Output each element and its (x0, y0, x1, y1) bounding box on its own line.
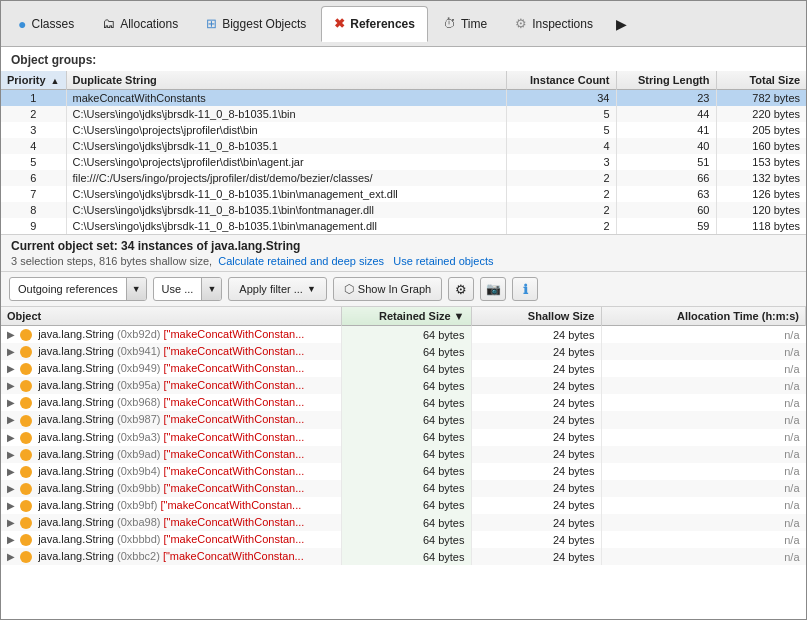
object-val: ["makeConcatWithConstan... (164, 362, 305, 374)
lower-table-row[interactable]: ▶ java.lang.String (0xb941) ["makeConcat… (1, 343, 806, 360)
lower-table-row[interactable]: ▶ java.lang.String (0xb95a) ["makeConcat… (1, 377, 806, 394)
cell-retained: 64 bytes (341, 531, 471, 548)
col-priority[interactable]: Priority ▲ (1, 71, 66, 90)
object-row-icon (20, 551, 32, 563)
cell-object: ▶ java.lang.String (0xbbbd) ["makeConcat… (1, 531, 341, 548)
upper-table-row[interactable]: 3 C:\Users\ingo\projects\jprofiler\dist\… (1, 122, 806, 138)
object-set-title: Current object set: 34 instances of java… (11, 239, 796, 253)
tab-inspections[interactable]: ⚙ Inspections (502, 6, 606, 42)
cell-priority: 3 (1, 122, 66, 138)
object-val: ["makeConcatWithConstan... (160, 499, 301, 511)
upper-table-row[interactable]: 7 C:\Users\ingo\jdks\jbrsdk-11_0_8-b1035… (1, 186, 806, 202)
cell-object: ▶ java.lang.String (0xb92d) ["makeConcat… (1, 326, 341, 344)
upper-table-row[interactable]: 4 C:\Users\ingo\jdks\jbrsdk-11_0_8-b1035… (1, 138, 806, 154)
lower-table-row[interactable]: ▶ java.lang.String (0xbbc2) ["makeConcat… (1, 548, 806, 565)
cell-object: ▶ java.lang.String (0xb949) ["makeConcat… (1, 360, 341, 377)
tab-biggest-objects[interactable]: ⊞ Biggest Objects (193, 6, 319, 42)
object-addr: (0xb9a3) (117, 431, 163, 443)
tab-references-label: References (350, 17, 415, 31)
col-instance-count[interactable]: Instance Count (506, 71, 616, 90)
tab-allocations[interactable]: 🗂 Allocations (89, 6, 191, 42)
calculate-retained-link[interactable]: Calculate retained and deep sizes (218, 255, 384, 267)
cell-priority: 1 (1, 90, 66, 107)
show-in-graph-button[interactable]: ⬡ Show In Graph (333, 277, 442, 301)
tab-inspections-label: Inspections (532, 17, 593, 31)
object-addr: (0xbbc2) (117, 550, 163, 562)
use-dropdown[interactable]: Use ... ▼ (153, 277, 223, 301)
expand-arrow-icon: ▶ (7, 363, 15, 374)
outgoing-references-dropdown[interactable]: Outgoing references ▼ (9, 277, 147, 301)
cell-shallow: 24 bytes (471, 548, 601, 565)
graph-icon: ⬡ (344, 282, 354, 296)
filter-arrow-icon: ▼ (307, 284, 316, 294)
lower-table-row[interactable]: ▶ java.lang.String (0xba98) ["makeConcat… (1, 514, 806, 531)
cell-shallow: 24 bytes (471, 497, 601, 514)
more-tabs-btn[interactable]: ▶ (608, 10, 635, 38)
lower-table-row[interactable]: ▶ java.lang.String (0xb9bf) ["makeConcat… (1, 497, 806, 514)
object-row-icon (20, 380, 32, 392)
object-class: java.lang.String (38, 516, 117, 528)
cell-total-size: 205 bytes (716, 122, 806, 138)
cell-priority: 7 (1, 186, 66, 202)
col-duplicate-string[interactable]: Duplicate String (66, 71, 506, 90)
lower-table-row[interactable]: ▶ java.lang.String (0xb9ad) ["makeConcat… (1, 446, 806, 463)
lower-table-row[interactable]: ▶ java.lang.String (0xb949) ["makeConcat… (1, 360, 806, 377)
dropdown1-arrow-icon: ▼ (126, 278, 146, 300)
upper-table-row[interactable]: 2 C:\Users\ingo\jdks\jbrsdk-11_0_8-b1035… (1, 106, 806, 122)
cell-retained: 64 bytes (341, 326, 471, 344)
col-string-length[interactable]: String Length (616, 71, 716, 90)
lower-col-shallow[interactable]: Shallow Size (471, 307, 601, 326)
object-addr: (0xb941) (117, 345, 163, 357)
tab-biggest-objects-label: Biggest Objects (222, 17, 306, 31)
object-val: ["makeConcatWithConstan... (164, 413, 305, 425)
lower-table-row[interactable]: ▶ java.lang.String (0xb92d) ["makeConcat… (1, 326, 806, 344)
cell-alloc: n/a (601, 514, 806, 531)
lower-col-object[interactable]: Object (1, 307, 341, 326)
cell-string: C:\Users\ingo\jdks\jbrsdk-11_0_8-b1035.1… (66, 218, 506, 234)
allocations-icon: 🗂 (102, 16, 115, 31)
cell-retained: 64 bytes (341, 548, 471, 565)
settings-button[interactable]: ⚙ (448, 277, 474, 301)
tab-time[interactable]: ⏱ Time (430, 6, 500, 42)
cell-shallow: 24 bytes (471, 343, 601, 360)
info-icon: ℹ (523, 282, 528, 297)
lower-table-row[interactable]: ▶ java.lang.String (0xb987) ["makeConcat… (1, 411, 806, 428)
use-retained-link[interactable]: Use retained objects (393, 255, 493, 267)
expand-arrow-icon: ▶ (7, 397, 15, 408)
apply-filter-button[interactable]: Apply filter ... ▼ (228, 277, 327, 301)
upper-table-row[interactable]: 1 makeConcatWithConstants 34 23 782 byte… (1, 90, 806, 107)
lower-table-row[interactable]: ▶ java.lang.String (0xb968) ["makeConcat… (1, 394, 806, 411)
upper-table-row[interactable]: 6 file:///C:/Users/ingo/projects/jprofil… (1, 170, 806, 186)
lower-col-alloc[interactable]: Allocation Time (h:m:s) (601, 307, 806, 326)
cell-total-size: 118 bytes (716, 218, 806, 234)
object-val: ["makeConcatWithConstan... (164, 465, 305, 477)
camera-button[interactable]: 📷 (480, 277, 506, 301)
tab-classes[interactable]: ● Classes (5, 6, 87, 42)
object-row-icon (20, 432, 32, 444)
classes-icon: ● (18, 16, 26, 32)
object-addr: (0xbbbd) (117, 533, 163, 545)
cell-total-size: 120 bytes (716, 202, 806, 218)
lower-table-row[interactable]: ▶ java.lang.String (0xb9bb) ["makeConcat… (1, 480, 806, 497)
lower-col-retained[interactable]: Retained Size ▼ (341, 307, 471, 326)
cell-shallow: 24 bytes (471, 360, 601, 377)
upper-table-row[interactable]: 5 C:\Users\ingo\projects\jprofiler\dist\… (1, 154, 806, 170)
col-total-size[interactable]: Total Size (716, 71, 806, 90)
tab-allocations-label: Allocations (120, 17, 178, 31)
cell-alloc: n/a (601, 326, 806, 344)
cell-object: ▶ java.lang.String (0xb987) ["makeConcat… (1, 411, 341, 428)
upper-table-row[interactable]: 8 C:\Users\ingo\jdks\jbrsdk-11_0_8-b1035… (1, 202, 806, 218)
cell-retained: 64 bytes (341, 343, 471, 360)
lower-table-row[interactable]: ▶ java.lang.String (0xb9b4) ["makeConcat… (1, 463, 806, 480)
object-row-icon (20, 466, 32, 478)
object-val: ["makeConcatWithConstan... (164, 448, 305, 460)
info-button[interactable]: ℹ (512, 277, 538, 301)
cell-shallow: 24 bytes (471, 480, 601, 497)
upper-table-row[interactable]: 9 C:\Users\ingo\jdks\jbrsdk-11_0_8-b1035… (1, 218, 806, 234)
lower-table-row[interactable]: ▶ java.lang.String (0xbbbd) ["makeConcat… (1, 531, 806, 548)
object-val: ["makeConcatWithConstan... (164, 533, 305, 545)
tab-references[interactable]: ✖ References (321, 6, 428, 42)
cell-retained: 64 bytes (341, 394, 471, 411)
object-row-icon (20, 346, 32, 358)
lower-table-row[interactable]: ▶ java.lang.String (0xb9a3) ["makeConcat… (1, 429, 806, 446)
